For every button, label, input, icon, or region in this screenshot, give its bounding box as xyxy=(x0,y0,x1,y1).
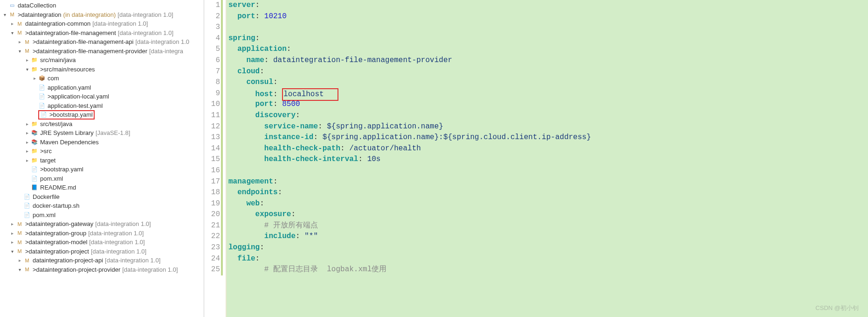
code-editor[interactable]: 1234567891011121314151617181920212223242… xyxy=(204,0,868,317)
tree-item[interactable]: 📁> src/main/resources xyxy=(0,65,204,74)
tree-item[interactable]: M> dataintegration(in data-integration)[… xyxy=(0,10,204,20)
code-line[interactable]: port: 10210 xyxy=(228,11,868,22)
code-line[interactable] xyxy=(228,22,868,33)
tree-item[interactable]: M> dataintegration-project-provider[data… xyxy=(0,265,204,275)
code-line[interactable]: # 开放所有端点 xyxy=(228,220,868,232)
code-area[interactable]: server: port: 10210spring: application: … xyxy=(227,0,868,317)
tree-item[interactable]: Mdataintegration-project-api[data-integr… xyxy=(0,256,204,265)
code-line[interactable]: host: localhost xyxy=(228,88,868,99)
tree-item[interactable]: 📄docker-startup.sh xyxy=(0,201,204,211)
expand-arrow-icon[interactable] xyxy=(1,12,8,17)
code-line[interactable]: web: xyxy=(228,198,868,210)
expand-arrow-icon[interactable] xyxy=(23,148,31,154)
code-line[interactable]: # 配置日志目录 logbak.xml使用 xyxy=(228,264,868,275)
code-token xyxy=(228,56,246,64)
expand-arrow-icon[interactable] xyxy=(8,30,16,35)
expand-arrow-icon[interactable] xyxy=(23,140,31,145)
vcs-marker: > xyxy=(25,239,29,246)
code-line[interactable] xyxy=(228,165,868,176)
code-token: port xyxy=(255,100,273,108)
expand-arrow-icon[interactable] xyxy=(8,249,16,254)
code-token: : xyxy=(278,188,282,197)
expand-arrow-icon[interactable] xyxy=(8,231,16,236)
code-line[interactable]: exposure: xyxy=(228,209,868,220)
tree-item[interactable]: M> dataintegration-group[data-integratio… xyxy=(0,229,204,238)
expand-arrow-icon[interactable] xyxy=(23,67,31,72)
expand-arrow-icon[interactable] xyxy=(16,267,23,272)
code-line[interactable]: health-check-interval: 10s xyxy=(228,154,868,165)
project-explorer[interactable]: ▭dataCollectionM> dataintegration(in dat… xyxy=(0,0,204,317)
code-token: file xyxy=(237,254,255,263)
expand-arrow-icon[interactable] xyxy=(23,57,31,63)
tree-item[interactable]: 📁src/main/java xyxy=(0,56,204,65)
tree-item[interactable]: M> dataintegration-model[data-integratio… xyxy=(0,238,204,247)
expand-arrow-icon[interactable] xyxy=(16,258,23,263)
tree-item[interactable]: ▭dataCollection xyxy=(0,1,204,10)
tree-item[interactable]: M> dataintegration-file-management-provi… xyxy=(0,47,204,56)
tree-item[interactable]: 📄application.yaml xyxy=(0,83,204,92)
tree-item[interactable]: M> dataintegration-file-management[data-… xyxy=(0,28,204,38)
code-line[interactable]: include: "*" xyxy=(228,231,868,242)
tree-item-label: dataintegration-project-provider xyxy=(36,266,121,273)
expand-arrow-icon[interactable] xyxy=(8,221,16,226)
tree-item[interactable]: 📁src/test/java xyxy=(0,120,204,129)
expand-arrow-icon[interactable] xyxy=(31,76,38,81)
code-token: : xyxy=(260,67,264,76)
code-line[interactable]: endpoints: xyxy=(228,187,868,198)
expand-arrow-icon[interactable] xyxy=(16,49,23,54)
tree-item[interactable]: 📄Dockerfile xyxy=(0,192,204,202)
expand-arrow-icon[interactable] xyxy=(8,240,16,245)
code-line[interactable]: health-check-path: /actuator/health xyxy=(228,143,868,155)
code-token: : xyxy=(296,232,304,240)
code-line[interactable]: instance-id: ${spring.application.name}:… xyxy=(228,132,868,143)
tree-item[interactable]: 📄> bootstrap.yaml xyxy=(0,110,204,120)
tree-item[interactable]: 📁> src xyxy=(0,147,204,156)
code-line[interactable]: cloud: xyxy=(228,66,868,77)
line-number: 9 xyxy=(208,88,220,99)
expand-arrow-icon[interactable] xyxy=(8,21,16,26)
code-token: : xyxy=(260,199,264,208)
expand-arrow-icon[interactable] xyxy=(23,158,31,163)
tree-item[interactable]: 📄application-test.yaml xyxy=(0,101,204,111)
code-line[interactable]: spring: xyxy=(228,33,868,44)
code-token: : xyxy=(273,100,282,108)
code-line[interactable]: discovery: xyxy=(228,110,868,121)
code-token: : xyxy=(264,56,273,64)
tree-item[interactable]: 📦com xyxy=(0,74,204,83)
code-line[interactable]: application: xyxy=(228,44,868,55)
code-line[interactable]: consul: xyxy=(228,77,868,88)
code-line[interactable]: service-name: ${spring.application.name} xyxy=(228,121,868,133)
code-line[interactable]: name: dataintegration-file-management-pr… xyxy=(228,55,868,66)
code-token xyxy=(228,188,237,197)
line-number: 8 xyxy=(208,77,220,88)
srcfolder-icon: 📁 xyxy=(31,65,38,73)
expand-arrow-icon[interactable] xyxy=(16,39,23,44)
highlighted-file: 📄> bootstrap.yaml xyxy=(38,110,95,120)
code-line[interactable]: logging: xyxy=(228,242,868,254)
line-number: 4 xyxy=(208,33,220,44)
expand-arrow-icon[interactable] xyxy=(23,121,31,127)
tree-item[interactable]: Mdataintegration-common[data-integration… xyxy=(0,19,204,28)
tree-item[interactable]: M> dataintegration-project[data-integrat… xyxy=(0,247,204,256)
line-number: 3 xyxy=(208,22,220,33)
tree-item[interactable]: 📁target xyxy=(0,156,204,165)
code-line[interactable]: server: xyxy=(228,0,868,11)
expand-arrow-icon[interactable] xyxy=(23,130,31,135)
tree-item[interactable]: 📚Maven Dependencies xyxy=(0,138,204,147)
tree-item[interactable]: M> dataintegration-gateway[data-integrat… xyxy=(0,219,204,229)
tree-item[interactable]: 📄> application-local.yaml xyxy=(0,92,204,101)
tree-item[interactable]: 📄pom.xml xyxy=(0,174,204,183)
code-token: : xyxy=(255,1,260,9)
code-line[interactable]: management: xyxy=(228,176,868,188)
line-number: 23 xyxy=(208,242,220,254)
vcs-marker: > xyxy=(25,29,29,36)
tree-item[interactable]: 📄> bootstrap.yaml xyxy=(0,165,204,174)
tree-item[interactable]: M> dataintegration-file-management-api[d… xyxy=(0,37,204,47)
code-line[interactable]: file: xyxy=(228,254,868,265)
tree-item[interactable]: 📄pom.xml xyxy=(0,211,204,220)
line-number: 22 xyxy=(208,231,220,242)
line-number: 6 xyxy=(208,55,220,66)
vcs-marker: > xyxy=(25,248,29,255)
tree-item[interactable]: 📘README.md xyxy=(0,183,204,192)
tree-item[interactable]: 📚JRE System Library[JavaSE-1.8] xyxy=(0,128,204,138)
